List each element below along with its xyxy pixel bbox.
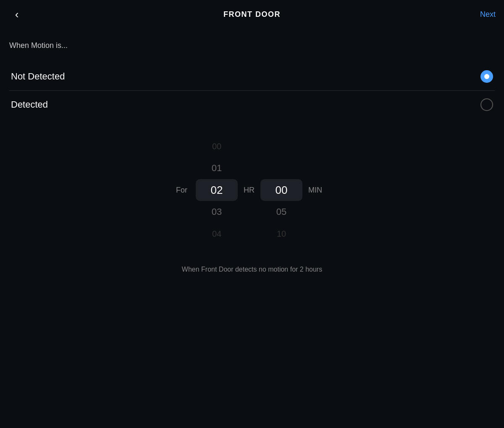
hour-far-below[interactable]: 04 [196, 223, 238, 245]
min-below[interactable]: 05 [260, 201, 302, 223]
min-far-below[interactable]: 10 [260, 223, 302, 245]
main-content: When Motion is... Not Detected Detected … [0, 29, 504, 273]
page-title: FRONT DOOR [223, 10, 281, 19]
motion-subtitle: When Motion is... [9, 41, 495, 50]
hour-far-above[interactable]: 00 [196, 135, 238, 157]
next-button[interactable]: Next [480, 10, 496, 19]
minutes-picker[interactable]: -- -- 00 05 10 [260, 135, 302, 245]
hour-above[interactable]: 01 [196, 157, 238, 179]
hour-below[interactable]: 03 [196, 201, 238, 223]
back-button[interactable]: ‹ [8, 6, 25, 23]
min-label: MIN [308, 186, 322, 195]
not-detected-radio[interactable] [480, 70, 493, 83]
not-detected-label: Not Detected [11, 71, 65, 82]
hour-selected[interactable]: 02 [196, 179, 238, 201]
description-text: When Front Door detects no motion for 2 … [9, 266, 495, 273]
time-picker: For 00 01 02 03 04 HR -- -- 00 05 10 MIN [9, 135, 495, 245]
hr-label: HR [244, 186, 255, 195]
not-detected-option[interactable]: Not Detected [9, 63, 495, 90]
detected-option[interactable]: Detected [9, 91, 495, 119]
min-selected[interactable]: 00 [260, 179, 302, 201]
detected-label: Detected [11, 99, 48, 110]
detected-radio[interactable] [480, 98, 493, 111]
back-icon: ‹ [15, 8, 19, 21]
for-label: For [176, 186, 187, 195]
header: ‹ FRONT DOOR Next [0, 0, 504, 29]
hours-picker[interactable]: 00 01 02 03 04 [196, 135, 238, 245]
